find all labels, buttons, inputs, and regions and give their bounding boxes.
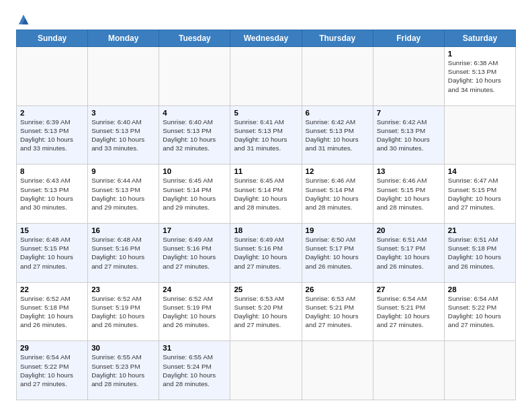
day-info: Sunrise: 6:55 AMSunset: 5:24 PMDaylight:… — [163, 353, 216, 387]
calendar-week-row: 15Sunrise: 6:48 AMSunset: 5:15 PMDayligh… — [17, 223, 516, 282]
day-of-week-header: Tuesday — [159, 30, 230, 47]
calendar-cell: 21Sunrise: 6:51 AMSunset: 5:18 PMDayligh… — [444, 223, 515, 282]
calendar-cell — [159, 47, 230, 106]
day-info: Sunrise: 6:52 AMSunset: 5:18 PMDaylight:… — [20, 295, 73, 329]
calendar-cell — [444, 341, 515, 400]
calendar-cell: 7Sunrise: 6:42 AMSunset: 5:13 PMDaylight… — [373, 105, 444, 165]
calendar-cell: 3Sunrise: 6:40 AMSunset: 5:13 PMDaylight… — [88, 105, 159, 165]
calendar-cell: 20Sunrise: 6:51 AMSunset: 5:17 PMDayligh… — [373, 223, 444, 282]
day-info: Sunrise: 6:40 AMSunset: 5:13 PMDaylight:… — [91, 118, 144, 152]
calendar-cell: 11Sunrise: 6:45 AMSunset: 5:14 PMDayligh… — [230, 165, 302, 224]
logo — [16, 13, 30, 23]
calendar-cell — [302, 47, 373, 106]
day-number: 24 — [163, 285, 226, 293]
day-info: Sunrise: 6:46 AMSunset: 5:14 PMDaylight:… — [306, 177, 359, 211]
day-info: Sunrise: 6:46 AMSunset: 5:15 PMDaylight:… — [377, 177, 430, 211]
calendar-cell: 14Sunrise: 6:47 AMSunset: 5:15 PMDayligh… — [444, 165, 515, 224]
day-of-week-header: Wednesday — [230, 30, 302, 47]
day-number: 15 — [20, 226, 84, 234]
day-info: Sunrise: 6:42 AMSunset: 5:13 PMDaylight:… — [377, 118, 430, 152]
day-number: 5 — [234, 109, 298, 117]
day-number: 22 — [20, 285, 84, 293]
day-info: Sunrise: 6:50 AMSunset: 5:17 PMDaylight:… — [306, 236, 359, 270]
calendar-cell: 29Sunrise: 6:54 AMSunset: 5:22 PMDayligh… — [17, 341, 88, 400]
day-of-week-header: Saturday — [444, 30, 515, 47]
day-info: Sunrise: 6:55 AMSunset: 5:23 PMDaylight:… — [91, 353, 144, 387]
calendar-week-row: 1Sunrise: 6:38 AMSunset: 5:13 PMDaylight… — [17, 47, 516, 106]
day-number: 13 — [377, 167, 441, 175]
day-number: 29 — [20, 344, 84, 352]
day-number: 10 — [163, 167, 226, 175]
day-number: 27 — [377, 285, 441, 293]
day-info: Sunrise: 6:48 AMSunset: 5:15 PMDaylight:… — [20, 236, 73, 270]
calendar-cell — [302, 341, 373, 400]
day-of-week-header: Monday — [88, 30, 159, 47]
calendar-cell — [373, 341, 444, 400]
day-number: 12 — [306, 167, 369, 175]
day-number: 9 — [91, 167, 155, 175]
day-info: Sunrise: 6:54 AMSunset: 5:22 PMDaylight:… — [20, 353, 73, 387]
header — [16, 13, 516, 23]
page: SundayMondayTuesdayWednesdayThursdayFrid… — [0, 0, 532, 411]
calendar-cell: 12Sunrise: 6:46 AMSunset: 5:14 PMDayligh… — [302, 165, 373, 224]
calendar-cell — [444, 105, 515, 165]
logo-icon — [17, 13, 30, 26]
day-info: Sunrise: 6:45 AMSunset: 5:14 PMDaylight:… — [234, 177, 287, 211]
calendar-cell: 10Sunrise: 6:45 AMSunset: 5:14 PMDayligh… — [159, 165, 230, 224]
calendar-cell: 16Sunrise: 6:48 AMSunset: 5:16 PMDayligh… — [88, 223, 159, 282]
calendar-cell: 2Sunrise: 6:39 AMSunset: 5:13 PMDaylight… — [17, 105, 88, 165]
day-number: 16 — [91, 226, 155, 234]
day-number: 3 — [91, 109, 155, 117]
calendar-cell: 23Sunrise: 6:52 AMSunset: 5:19 PMDayligh… — [88, 282, 159, 341]
calendar-cell: 9Sunrise: 6:44 AMSunset: 5:13 PMDaylight… — [88, 165, 159, 224]
calendar-cell: 28Sunrise: 6:54 AMSunset: 5:22 PMDayligh… — [444, 282, 515, 341]
calendar-cell: 24Sunrise: 6:52 AMSunset: 5:19 PMDayligh… — [159, 282, 230, 341]
day-info: Sunrise: 6:40 AMSunset: 5:13 PMDaylight:… — [163, 118, 216, 152]
calendar-cell: 25Sunrise: 6:53 AMSunset: 5:20 PMDayligh… — [230, 282, 302, 341]
day-info: Sunrise: 6:49 AMSunset: 5:16 PMDaylight:… — [163, 236, 216, 270]
day-info: Sunrise: 6:45 AMSunset: 5:14 PMDaylight:… — [163, 177, 216, 211]
calendar-cell: 15Sunrise: 6:48 AMSunset: 5:15 PMDayligh… — [17, 223, 88, 282]
calendar-cell: 30Sunrise: 6:55 AMSunset: 5:23 PMDayligh… — [88, 341, 159, 400]
day-number: 14 — [448, 167, 512, 175]
day-info: Sunrise: 6:54 AMSunset: 5:21 PMDaylight:… — [377, 295, 430, 329]
calendar-cell: 13Sunrise: 6:46 AMSunset: 5:15 PMDayligh… — [373, 165, 444, 224]
calendar-cell: 6Sunrise: 6:42 AMSunset: 5:13 PMDaylight… — [302, 105, 373, 165]
day-number: 2 — [20, 109, 84, 117]
day-number: 17 — [163, 226, 226, 234]
day-info: Sunrise: 6:43 AMSunset: 5:13 PMDaylight:… — [20, 177, 73, 211]
calendar-cell: 5Sunrise: 6:41 AMSunset: 5:13 PMDaylight… — [230, 105, 302, 165]
calendar-cell — [230, 47, 302, 106]
day-number: 30 — [91, 344, 155, 352]
day-number: 20 — [377, 226, 441, 234]
calendar-cell — [230, 341, 302, 400]
day-info: Sunrise: 6:44 AMSunset: 5:13 PMDaylight:… — [91, 177, 144, 211]
calendar-cell: 27Sunrise: 6:54 AMSunset: 5:21 PMDayligh… — [373, 282, 444, 341]
day-number: 31 — [163, 344, 226, 352]
calendar-cell: 19Sunrise: 6:50 AMSunset: 5:17 PMDayligh… — [302, 223, 373, 282]
day-info: Sunrise: 6:53 AMSunset: 5:21 PMDaylight:… — [306, 295, 359, 329]
day-number: 23 — [91, 285, 155, 293]
day-info: Sunrise: 6:51 AMSunset: 5:18 PMDaylight:… — [448, 236, 501, 270]
calendar-week-row: 8Sunrise: 6:43 AMSunset: 5:13 PMDaylight… — [17, 165, 516, 224]
day-info: Sunrise: 6:39 AMSunset: 5:13 PMDaylight:… — [20, 118, 73, 152]
day-number: 7 — [377, 109, 441, 117]
day-info: Sunrise: 6:54 AMSunset: 5:22 PMDaylight:… — [448, 295, 501, 329]
calendar-week-row: 29Sunrise: 6:54 AMSunset: 5:22 PMDayligh… — [17, 341, 516, 400]
day-number: 25 — [234, 285, 298, 293]
day-info: Sunrise: 6:52 AMSunset: 5:19 PMDaylight:… — [91, 295, 144, 329]
calendar-cell: 4Sunrise: 6:40 AMSunset: 5:13 PMDaylight… — [159, 105, 230, 165]
day-number: 6 — [306, 109, 369, 117]
day-of-week-header: Friday — [373, 30, 444, 47]
day-info: Sunrise: 6:52 AMSunset: 5:19 PMDaylight:… — [163, 295, 216, 329]
calendar-cell — [88, 47, 159, 106]
day-info: Sunrise: 6:42 AMSunset: 5:13 PMDaylight:… — [306, 118, 359, 152]
calendar-cell: 8Sunrise: 6:43 AMSunset: 5:13 PMDaylight… — [17, 165, 88, 224]
calendar-cell: 31Sunrise: 6:55 AMSunset: 5:24 PMDayligh… — [159, 341, 230, 400]
day-number: 8 — [20, 167, 84, 175]
calendar-cell: 17Sunrise: 6:49 AMSunset: 5:16 PMDayligh… — [159, 223, 230, 282]
calendar-cell: 22Sunrise: 6:52 AMSunset: 5:18 PMDayligh… — [17, 282, 88, 341]
day-of-week-header: Sunday — [17, 30, 88, 47]
day-number: 19 — [306, 226, 369, 234]
calendar-week-row: 22Sunrise: 6:52 AMSunset: 5:18 PMDayligh… — [17, 282, 516, 341]
